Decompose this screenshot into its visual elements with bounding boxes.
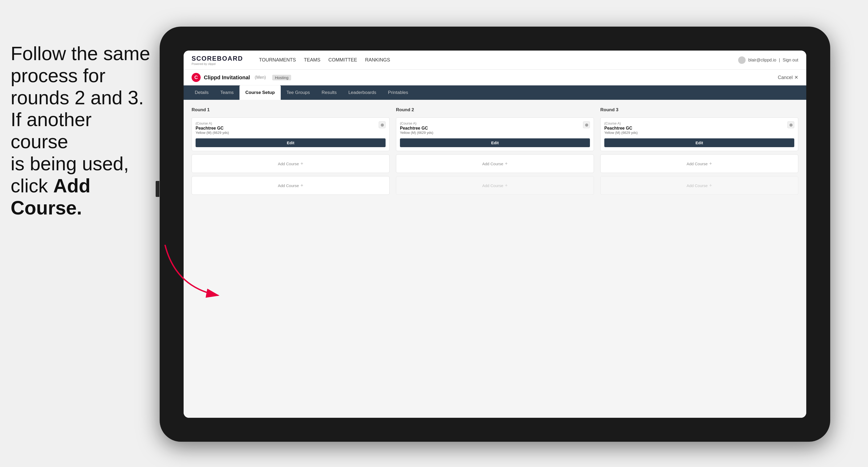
add-course-plus-icon-4: + [505, 183, 508, 188]
main-content: Round 1 (Course A) Peachtree GC Yellow (… [184, 100, 806, 418]
tab-leaderboards[interactable]: Leaderboards [342, 86, 382, 100]
round-1-add-course-1[interactable]: Add Course + [192, 154, 390, 173]
tournament-name: Clippd Invitational [204, 74, 250, 81]
round-2-column: Round 2 (Course A) Peachtree GC Yellow (… [396, 107, 594, 195]
add-course-plus-icon-6: + [709, 183, 712, 188]
add-course-plus-icon-3: + [505, 161, 508, 166]
sign-out-link[interactable]: Sign out [783, 58, 798, 63]
round-2-title: Round 2 [396, 107, 594, 113]
scoreboard-logo: SCOREBOARD Powered by clippd [192, 55, 243, 65]
nav-rankings[interactable]: RANKINGS [365, 56, 390, 64]
round-2-add-course-2: Add Course + [396, 176, 594, 195]
user-avatar [738, 56, 746, 64]
round-3-title: Round 3 [600, 107, 798, 113]
round-1-course-card: (Course A) Peachtree GC Yellow (M) (6629… [192, 117, 390, 151]
round-3-column: Round 3 (Course A) Peachtree GC Yellow (… [600, 107, 798, 195]
round-3-add-course-1[interactable]: Add Course + [600, 154, 798, 173]
round-2-add-course-1[interactable]: Add Course + [396, 154, 594, 173]
round-1-course-label: (Course A) [195, 121, 229, 125]
add-course-plus-icon-5: + [709, 161, 712, 166]
round-1-title: Round 1 [192, 107, 390, 113]
round-1-course-details: Yellow (M) (6629 yds) [195, 131, 229, 135]
add-course-plus-icon-2: + [301, 183, 303, 188]
cancel-button[interactable]: Cancel ✕ [778, 74, 798, 81]
tablet-side-button [156, 181, 159, 197]
tournament-gender: (Men) [255, 75, 266, 80]
nav-right: blair@clippd.io | Sign out [738, 56, 798, 64]
round-2-course-label: (Course A) [400, 121, 433, 125]
nav-teams[interactable]: TEAMS [304, 56, 320, 64]
round-3-course-label: (Course A) [604, 121, 638, 125]
tab-tee-groups[interactable]: Tee Groups [281, 86, 316, 100]
round-1-column: Round 1 (Course A) Peachtree GC Yellow (… [192, 107, 390, 195]
round-2-remove-button[interactable]: ⊗ [583, 121, 590, 128]
c-logo: C [192, 73, 200, 82]
round-2-course-details: Yellow (M) (6629 yds) [400, 131, 433, 135]
round-1-course-header: (Course A) Peachtree GC Yellow (M) (6629… [195, 121, 385, 135]
tab-printables[interactable]: Printables [382, 86, 414, 100]
nav-links: TOURNAMENTS TEAMS COMMITTEE RANKINGS [259, 56, 727, 64]
add-course-plus-icon: + [301, 161, 303, 166]
round-2-course-header: (Course A) Peachtree GC Yellow (M) (6629… [400, 121, 590, 135]
tab-teams[interactable]: Teams [214, 86, 240, 100]
round-2-course-name: Peachtree GC [400, 126, 433, 131]
close-icon: ✕ [794, 74, 798, 81]
tablet-shell: SCOREBOARD Powered by clippd TOURNAMENTS… [160, 27, 830, 442]
sub-header-left: C Clippd Invitational (Men) Hosting [192, 73, 291, 82]
round-3-course-name: Peachtree GC [604, 126, 638, 131]
logo-sub-text: Powered by clippd [192, 62, 243, 65]
hosting-badge: Hosting [272, 75, 291, 81]
round-3-remove-button[interactable]: ⊗ [787, 121, 794, 128]
nav-separator: | [779, 58, 780, 63]
round-3-course-details: Yellow (M) (6629 yds) [604, 131, 638, 135]
round-1-add-course-2[interactable]: Add Course + [192, 176, 390, 195]
top-nav: SCOREBOARD Powered by clippd TOURNAMENTS… [184, 51, 806, 70]
user-email: blair@clippd.io [748, 58, 776, 63]
round-3-course-card: (Course A) Peachtree GC Yellow (M) (6629… [600, 117, 798, 151]
tablet-screen: SCOREBOARD Powered by clippd TOURNAMENTS… [184, 51, 806, 418]
round-1-course-name: Peachtree GC [195, 126, 229, 131]
tab-results[interactable]: Results [316, 86, 342, 100]
tab-course-setup[interactable]: Course Setup [240, 86, 281, 100]
rounds-grid: Round 1 (Course A) Peachtree GC Yellow (… [192, 107, 798, 195]
round-2-course-card: (Course A) Peachtree GC Yellow (M) (6629… [396, 117, 594, 151]
instruction-block: Follow the same process for rounds 2 and… [0, 42, 165, 219]
logo-main-text: SCOREBOARD [192, 55, 243, 62]
round-1-edit-button[interactable]: Edit [195, 138, 385, 147]
round-3-add-course-2: Add Course + [600, 176, 798, 195]
round-2-edit-button[interactable]: Edit [400, 138, 590, 147]
sub-header: C Clippd Invitational (Men) Hosting Canc… [184, 70, 806, 86]
nav-tournaments[interactable]: TOURNAMENTS [259, 56, 296, 64]
tab-details[interactable]: Details [189, 86, 214, 100]
tab-bar: Details Teams Course Setup Tee Groups Re… [184, 86, 806, 100]
round-1-remove-button[interactable]: ⊗ [379, 121, 385, 128]
round-3-edit-button[interactable]: Edit [604, 138, 794, 147]
nav-committee[interactable]: COMMITTEE [328, 56, 357, 64]
round-3-course-header: (Course A) Peachtree GC Yellow (M) (6629… [604, 121, 794, 135]
instruction-text: Follow the same process for rounds 2 and… [11, 43, 150, 218]
